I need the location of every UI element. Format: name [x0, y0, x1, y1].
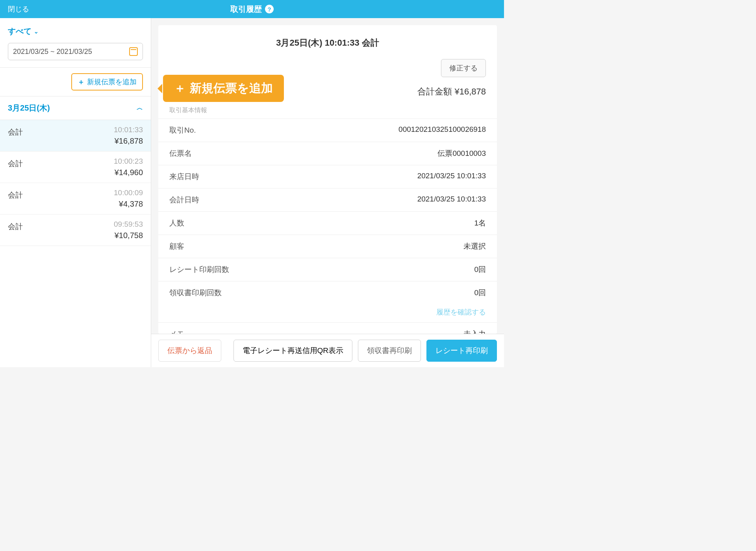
sidebar: すべて ⌄ 2021/03/25 ~ 2021/03/25 ＋ 新規伝票を追加 …: [0, 18, 151, 367]
calendar-icon: [129, 47, 138, 56]
info-value: 0回: [474, 264, 486, 275]
receipt-reprint-button[interactable]: 領収書再印刷: [358, 340, 421, 362]
info-label: 人数: [169, 218, 184, 228]
transaction-time: 10:00:09: [114, 189, 143, 197]
transaction-amount: ¥16,878: [114, 137, 143, 146]
info-label: 領収書印刷回数: [169, 288, 222, 298]
plus-icon: ＋: [174, 80, 186, 96]
chevron-up-icon: ︿: [137, 104, 143, 112]
info-label: 会計日時: [169, 195, 199, 205]
total-value: ¥16,878: [454, 87, 486, 96]
transaction-type: 会計: [8, 157, 23, 177]
info-row: 取引No. 000120210325100026918: [158, 118, 497, 142]
info-value: 2021/03/25 10:01:33: [417, 172, 486, 182]
date-group-header[interactable]: 3月25日(木) ︿: [0, 96, 151, 120]
info-row: 伝票名 伝票00010003: [158, 142, 497, 165]
info-value: 未選択: [463, 241, 486, 251]
memo-value: 未入力: [463, 329, 486, 334]
bottom-bar: 伝票から返品 電子レシート再送信用QR表示 領収書再印刷 レシート再印刷: [151, 334, 504, 367]
info-label: 来店日時: [169, 172, 199, 182]
info-row: メモ 未入力: [158, 322, 497, 334]
transaction-time: 10:00:23: [114, 157, 143, 166]
date-range-input[interactable]: 2021/03/25 ~ 2021/03/25: [8, 43, 143, 60]
transaction-time: 09:59:53: [114, 220, 143, 229]
reprint-button[interactable]: レシート再印刷: [426, 340, 497, 362]
info-label: レシート印刷回数: [169, 264, 229, 275]
total-label: 合計金額: [417, 87, 452, 96]
transaction-item[interactable]: 会計 10:00:09 ¥4,378: [0, 183, 151, 214]
plus-icon: ＋: [78, 77, 85, 87]
filter-label: すべて: [8, 26, 32, 37]
filter-dropdown[interactable]: すべて ⌄: [0, 18, 151, 40]
return-from-slip-button[interactable]: 伝票から返品: [158, 340, 221, 362]
transaction-amount: ¥4,378: [114, 200, 143, 209]
info-row: レシート印刷回数 0回: [158, 258, 497, 281]
detail-card: 3月25日(木) 10:01:33 会計 修正する 合計金額 ¥16,878 取…: [158, 25, 497, 334]
close-button[interactable]: 閉じる: [8, 4, 29, 14]
chevron-down-icon: ⌄: [34, 28, 39, 35]
app-header: 閉じる 取引履歴 ?: [0, 0, 504, 18]
info-row: 会計日時 2021/03/25 10:01:33: [158, 188, 497, 211]
add-slip-button[interactable]: ＋ 新規伝票を追加: [71, 73, 143, 91]
callout-tooltip: ＋ 新規伝票を追加: [163, 75, 284, 102]
qr-resend-button[interactable]: 電子レシート再送信用QR表示: [233, 340, 353, 362]
help-icon[interactable]: ?: [265, 5, 274, 13]
transaction-item[interactable]: 会計 10:01:33 ¥16,878: [0, 120, 151, 152]
info-value: 1名: [474, 218, 486, 228]
page-title: 取引履歴 ?: [230, 4, 274, 15]
info-value: 000120210325100026918: [398, 125, 486, 135]
info-value: 0回: [474, 288, 486, 298]
memo-label: メモ: [169, 329, 184, 334]
info-label: 伝票名: [169, 148, 192, 159]
transaction-type: 会計: [8, 126, 23, 146]
date-group-label: 3月25日(木): [8, 103, 50, 113]
transaction-type: 会計: [8, 189, 23, 209]
info-value: 伝票00010003: [437, 148, 486, 159]
transaction-time: 10:01:33: [114, 126, 143, 134]
add-slip-row: ＋ 新規伝票を追加: [0, 67, 151, 96]
info-row: 来店日時 2021/03/25 10:01:33: [158, 165, 497, 188]
edit-button[interactable]: 修正する: [441, 59, 486, 77]
transaction-item[interactable]: 会計 09:59:53 ¥10,758: [0, 214, 151, 246]
info-row: 領収書印刷回数 0回: [158, 281, 497, 304]
add-slip-label: 新規伝票を追加: [87, 77, 137, 87]
transaction-amount: ¥10,758: [114, 231, 143, 240]
history-link[interactable]: 履歴を確認する: [436, 308, 486, 316]
transaction-amount: ¥14,960: [114, 168, 143, 177]
transaction-type: 会計: [8, 220, 23, 240]
section-label: 取引基本情報: [158, 106, 497, 118]
info-row: 顧客 未選択: [158, 235, 497, 258]
info-value: 2021/03/25 10:01:33: [417, 195, 486, 205]
date-range-text: 2021/03/25 ~ 2021/03/25: [13, 48, 92, 56]
info-label: 顧客: [169, 241, 184, 251]
page-title-text: 取引履歴: [230, 4, 262, 15]
info-row: 人数 1名: [158, 211, 497, 235]
info-label: 取引No.: [169, 125, 196, 135]
main-panel: 3月25日(木) 10:01:33 会計 修正する 合計金額 ¥16,878 取…: [151, 18, 504, 367]
callout-text: 新規伝票を追加: [190, 80, 273, 96]
history-link-row: 履歴を確認する: [158, 304, 497, 322]
transaction-item[interactable]: 会計 10:00:23 ¥14,960: [0, 152, 151, 183]
detail-title: 3月25日(木) 10:01:33 会計: [158, 25, 497, 59]
